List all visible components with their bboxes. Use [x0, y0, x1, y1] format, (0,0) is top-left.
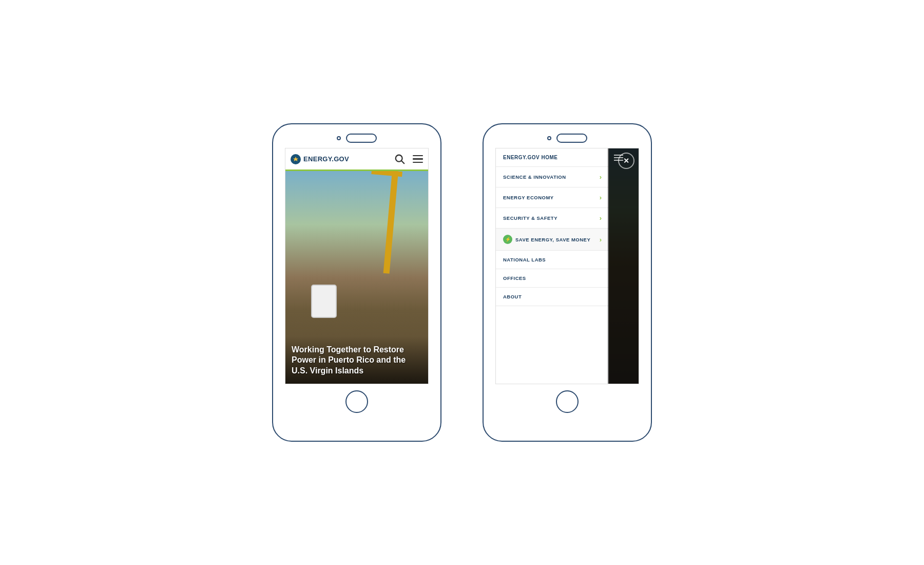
menu-item-energy-label: ENERGY ECONOMY [503, 195, 554, 200]
save-energy-icon-symbol: ⚡ [505, 237, 511, 242]
hero-image: Working Together to Restore Power in Pue… [285, 171, 429, 384]
menu-chevron-energy: › [600, 194, 602, 201]
phone-screen-2: ENERGY.GOV HOME SCIENCE & INNOVATION › E… [495, 148, 639, 384]
menu-item-offices[interactable]: OFFICES [496, 269, 609, 288]
hamburger-menu-icon[interactable] [413, 155, 423, 163]
menu-item-science-label: SCIENCE & INNOVATION [503, 174, 566, 180]
menu-item-science[interactable]: SCIENCE & INNOVATION › [496, 167, 609, 187]
hero-text-overlay: Working Together to Restore Power in Pue… [285, 336, 429, 384]
menu-item-offices-left: OFFICES [503, 275, 526, 281]
menu-item-labs-label: NATIONAL LABS [503, 257, 546, 262]
menu-item-energy-left: ENERGY ECONOMY [503, 195, 554, 200]
front-camera-1 [337, 136, 341, 140]
menu-item-security-label: SECURITY & SAFETY [503, 215, 557, 221]
menu-item-about-left: ABOUT [503, 294, 522, 299]
speaker-2 [556, 134, 587, 143]
nav-icons [394, 154, 423, 165]
menu-overlay-bg: ENERGY.GOV HOME SCIENCE & INNOVATION › E… [496, 148, 639, 384]
menu-item-labs[interactable]: NATIONAL LABS [496, 251, 609, 269]
svg-line-2 [401, 160, 405, 163]
front-camera-2 [547, 136, 551, 140]
menu-item-save-left: ⚡ SAVE ENERGY, SAVE MONEY [503, 235, 590, 244]
speaker-1 [346, 134, 377, 143]
logo-area: ENERGY.GOV [291, 154, 394, 164]
menu-item-save[interactable]: ⚡ SAVE ENERGY, SAVE MONEY › [496, 229, 609, 251]
menu-chevron-security: › [600, 214, 602, 222]
menu-item-save-label: SAVE ENERGY, SAVE MONEY [515, 237, 590, 242]
logo-icon [291, 154, 301, 164]
logo-text: ENERGY.GOV [303, 155, 349, 163]
phone-1: ENERGY.GOV [272, 123, 441, 442]
menu-item-security[interactable]: SECURITY & SAFETY › [496, 208, 609, 229]
phone-screen-1: ENERGY.GOV [285, 148, 429, 384]
nav-bar: ENERGY.GOV [285, 148, 428, 171]
save-energy-icon: ⚡ [503, 235, 512, 244]
menu-item-science-left: SCIENCE & INNOVATION [503, 174, 566, 180]
home-button-2[interactable] [556, 390, 579, 413]
home-button-1[interactable] [345, 390, 368, 413]
menu-item-about-label: ABOUT [503, 294, 522, 299]
phone-2: ENERGY.GOV HOME SCIENCE & INNOVATION › E… [483, 123, 652, 442]
phone-top-1 [273, 134, 440, 143]
menu-item-offices-label: OFFICES [503, 275, 526, 281]
menu-chevron-save: › [600, 236, 602, 243]
menu-item-security-left: SECURITY & SAFETY [503, 215, 557, 221]
menu-item-about[interactable]: ABOUT [496, 288, 609, 306]
close-icon: ✕ [623, 157, 629, 164]
phone-top-2 [484, 134, 651, 143]
menu-item-energy[interactable]: ENERGY ECONOMY › [496, 187, 609, 208]
menu-chevron-science: › [600, 173, 602, 181]
menu-item-labs-left: NATIONAL LABS [503, 257, 546, 262]
equipment-graphic [311, 285, 337, 318]
hero-title: Working Together to Restore Power in Pue… [292, 345, 423, 376]
close-menu-button[interactable]: ✕ [618, 153, 634, 169]
menu-home-item[interactable]: ENERGY.GOV HOME [496, 148, 609, 167]
search-icon[interactable] [394, 154, 406, 165]
menu-panel: ENERGY.GOV HOME SCIENCE & INNOVATION › E… [496, 148, 609, 384]
menu-dark-right [608, 148, 639, 384]
